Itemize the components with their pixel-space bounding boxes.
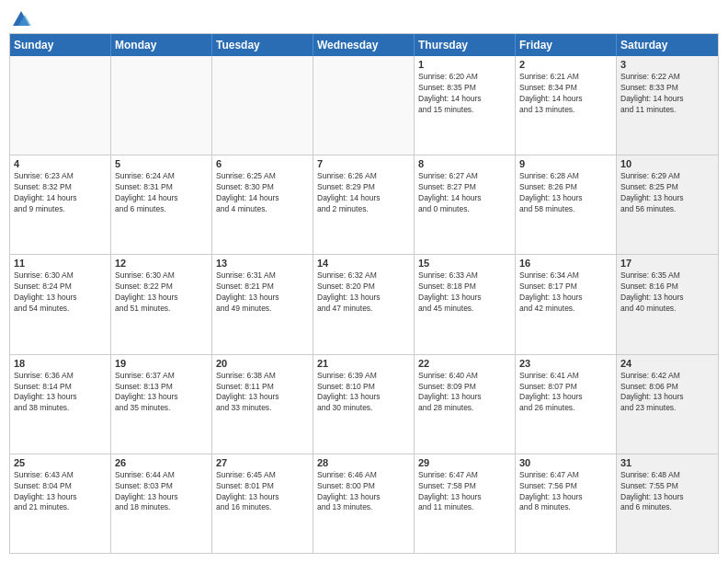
day-number: 26 xyxy=(115,457,208,468)
empty-cell xyxy=(111,56,212,155)
day-number: 7 xyxy=(317,158,410,169)
day-info: Sunrise: 6:30 AM Sunset: 8:24 PM Dayligh… xyxy=(14,270,107,315)
day-cell-31: 31Sunrise: 6:48 AM Sunset: 7:55 PM Dayli… xyxy=(617,454,718,553)
header-day-tuesday: Tuesday xyxy=(212,34,313,56)
header-day-sunday: Sunday xyxy=(10,34,111,56)
day-info: Sunrise: 6:21 AM Sunset: 8:34 PM Dayligh… xyxy=(519,72,612,116)
day-number: 4 xyxy=(14,158,107,169)
day-info: Sunrise: 6:28 AM Sunset: 8:26 PM Dayligh… xyxy=(519,171,612,215)
day-info: Sunrise: 6:39 AM Sunset: 8:10 PM Dayligh… xyxy=(317,371,410,415)
day-cell-10: 10Sunrise: 6:29 AM Sunset: 8:25 PM Dayli… xyxy=(617,155,718,254)
day-info: Sunrise: 6:30 AM Sunset: 8:22 PM Dayligh… xyxy=(115,270,208,315)
day-number: 21 xyxy=(317,358,410,369)
header-day-thursday: Thursday xyxy=(415,34,516,56)
day-info: Sunrise: 6:31 AM Sunset: 8:21 PM Dayligh… xyxy=(216,270,309,315)
day-info: Sunrise: 6:37 AM Sunset: 8:13 PM Dayligh… xyxy=(115,371,208,415)
calendar: SundayMondayTuesdayWednesdayThursdayFrid… xyxy=(9,33,719,554)
day-cell-12: 12Sunrise: 6:30 AM Sunset: 8:22 PM Dayli… xyxy=(111,255,212,353)
day-number: 18 xyxy=(14,358,107,369)
empty-cell xyxy=(212,56,313,155)
day-number: 29 xyxy=(418,457,511,468)
day-info: Sunrise: 6:34 AM Sunset: 8:17 PM Dayligh… xyxy=(519,270,612,315)
day-info: Sunrise: 6:42 AM Sunset: 8:06 PM Dayligh… xyxy=(620,371,714,415)
day-cell-18: 18Sunrise: 6:36 AM Sunset: 8:14 PM Dayli… xyxy=(10,355,111,454)
day-info: Sunrise: 6:36 AM Sunset: 8:14 PM Dayligh… xyxy=(14,371,107,415)
logo xyxy=(9,9,31,26)
day-number: 2 xyxy=(519,59,612,70)
day-cell-19: 19Sunrise: 6:37 AM Sunset: 8:13 PM Dayli… xyxy=(111,355,212,454)
day-info: Sunrise: 6:26 AM Sunset: 8:29 PM Dayligh… xyxy=(317,171,410,215)
day-number: 9 xyxy=(519,158,612,169)
header-day-monday: Monday xyxy=(111,34,212,56)
day-number: 31 xyxy=(620,457,714,468)
day-cell-30: 30Sunrise: 6:47 AM Sunset: 7:56 PM Dayli… xyxy=(516,454,617,553)
empty-cell xyxy=(313,56,415,155)
day-number: 16 xyxy=(519,258,612,269)
day-info: Sunrise: 6:29 AM Sunset: 8:25 PM Dayligh… xyxy=(620,171,714,215)
day-number: 17 xyxy=(620,258,714,269)
day-number: 14 xyxy=(317,258,410,269)
day-cell-8: 8Sunrise: 6:27 AM Sunset: 8:27 PM Daylig… xyxy=(415,155,516,254)
day-cell-27: 27Sunrise: 6:45 AM Sunset: 8:01 PM Dayli… xyxy=(212,454,313,553)
day-cell-24: 24Sunrise: 6:42 AM Sunset: 8:06 PM Dayli… xyxy=(617,355,718,454)
day-number: 8 xyxy=(418,158,511,169)
day-cell-21: 21Sunrise: 6:39 AM Sunset: 8:10 PM Dayli… xyxy=(313,355,415,454)
day-info: Sunrise: 6:46 AM Sunset: 8:00 PM Dayligh… xyxy=(317,470,410,514)
day-number: 19 xyxy=(115,358,208,369)
day-number: 11 xyxy=(14,258,107,269)
day-cell-1: 1Sunrise: 6:20 AM Sunset: 8:35 PM Daylig… xyxy=(415,56,516,155)
empty-cell xyxy=(10,56,111,155)
page: SundayMondayTuesdayWednesdayThursdayFrid… xyxy=(0,0,728,563)
day-info: Sunrise: 6:24 AM Sunset: 8:31 PM Dayligh… xyxy=(115,171,208,215)
day-cell-29: 29Sunrise: 6:47 AM Sunset: 7:58 PM Dayli… xyxy=(415,454,516,553)
header-day-wednesday: Wednesday xyxy=(313,34,415,56)
day-info: Sunrise: 6:32 AM Sunset: 8:20 PM Dayligh… xyxy=(317,270,410,315)
day-cell-22: 22Sunrise: 6:40 AM Sunset: 8:09 PM Dayli… xyxy=(415,355,516,454)
day-info: Sunrise: 6:25 AM Sunset: 8:30 PM Dayligh… xyxy=(216,171,309,215)
day-cell-3: 3Sunrise: 6:22 AM Sunset: 8:33 PM Daylig… xyxy=(617,56,718,155)
day-info: Sunrise: 6:41 AM Sunset: 8:07 PM Dayligh… xyxy=(519,371,612,415)
day-number: 27 xyxy=(216,457,309,468)
day-info: Sunrise: 6:23 AM Sunset: 8:32 PM Dayligh… xyxy=(14,171,107,215)
calendar-row-1: 4Sunrise: 6:23 AM Sunset: 8:32 PM Daylig… xyxy=(10,155,718,254)
day-cell-23: 23Sunrise: 6:41 AM Sunset: 8:07 PM Dayli… xyxy=(516,355,617,454)
day-number: 23 xyxy=(519,358,612,369)
day-info: Sunrise: 6:43 AM Sunset: 8:04 PM Dayligh… xyxy=(14,470,107,514)
day-cell-6: 6Sunrise: 6:25 AM Sunset: 8:30 PM Daylig… xyxy=(212,155,313,254)
calendar-row-4: 25Sunrise: 6:43 AM Sunset: 8:04 PM Dayli… xyxy=(10,454,718,553)
day-info: Sunrise: 6:33 AM Sunset: 8:18 PM Dayligh… xyxy=(418,270,511,315)
day-cell-9: 9Sunrise: 6:28 AM Sunset: 8:26 PM Daylig… xyxy=(516,155,617,254)
calendar-header: SundayMondayTuesdayWednesdayThursdayFrid… xyxy=(10,34,718,56)
day-number: 22 xyxy=(418,358,511,369)
day-number: 1 xyxy=(418,59,511,70)
day-cell-16: 16Sunrise: 6:34 AM Sunset: 8:17 PM Dayli… xyxy=(516,255,617,353)
day-number: 12 xyxy=(115,258,208,269)
header-day-saturday: Saturday xyxy=(617,34,718,56)
calendar-row-2: 11Sunrise: 6:30 AM Sunset: 8:24 PM Dayli… xyxy=(10,254,718,353)
day-cell-28: 28Sunrise: 6:46 AM Sunset: 8:00 PM Dayli… xyxy=(313,454,415,553)
day-cell-13: 13Sunrise: 6:31 AM Sunset: 8:21 PM Dayli… xyxy=(212,255,313,353)
day-info: Sunrise: 6:45 AM Sunset: 8:01 PM Dayligh… xyxy=(216,470,309,514)
day-info: Sunrise: 6:44 AM Sunset: 8:03 PM Dayligh… xyxy=(115,470,208,514)
day-info: Sunrise: 6:20 AM Sunset: 8:35 PM Dayligh… xyxy=(418,72,511,116)
header xyxy=(9,9,719,26)
day-cell-25: 25Sunrise: 6:43 AM Sunset: 8:04 PM Dayli… xyxy=(10,454,111,553)
day-cell-2: 2Sunrise: 6:21 AM Sunset: 8:34 PM Daylig… xyxy=(516,56,617,155)
logo-icon xyxy=(11,9,31,29)
day-cell-15: 15Sunrise: 6:33 AM Sunset: 8:18 PM Dayli… xyxy=(415,255,516,353)
calendar-body: 1Sunrise: 6:20 AM Sunset: 8:35 PM Daylig… xyxy=(10,56,718,553)
day-cell-5: 5Sunrise: 6:24 AM Sunset: 8:31 PM Daylig… xyxy=(111,155,212,254)
day-number: 25 xyxy=(14,457,107,468)
day-number: 13 xyxy=(216,258,309,269)
day-number: 15 xyxy=(418,258,511,269)
day-info: Sunrise: 6:40 AM Sunset: 8:09 PM Dayligh… xyxy=(418,371,511,415)
day-number: 6 xyxy=(216,158,309,169)
day-cell-4: 4Sunrise: 6:23 AM Sunset: 8:32 PM Daylig… xyxy=(10,155,111,254)
day-info: Sunrise: 6:35 AM Sunset: 8:16 PM Dayligh… xyxy=(620,270,714,315)
calendar-row-3: 18Sunrise: 6:36 AM Sunset: 8:14 PM Dayli… xyxy=(10,354,718,454)
day-number: 3 xyxy=(620,59,714,70)
day-info: Sunrise: 6:27 AM Sunset: 8:27 PM Dayligh… xyxy=(418,171,511,215)
day-number: 5 xyxy=(115,158,208,169)
day-info: Sunrise: 6:38 AM Sunset: 8:11 PM Dayligh… xyxy=(216,371,309,415)
day-number: 24 xyxy=(620,358,714,369)
